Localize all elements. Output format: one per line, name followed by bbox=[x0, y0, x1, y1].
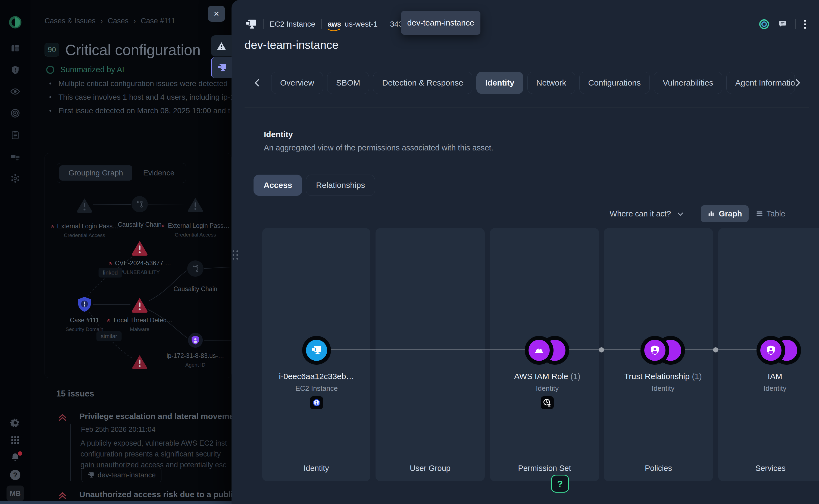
issue-timeline bbox=[70, 424, 71, 481]
mode-toggle: Access Relationships bbox=[253, 175, 375, 196]
severity-critical-icon bbox=[107, 318, 111, 322]
notification-dot bbox=[18, 451, 22, 456]
mode-access[interactable]: Access bbox=[253, 175, 302, 196]
monitor-icon bbox=[87, 471, 94, 478]
edge-label-linked: linked bbox=[99, 268, 122, 278]
alert-triangle-icon bbox=[131, 296, 148, 313]
dormant-badge bbox=[541, 396, 554, 409]
asset-name-tooltip: dev-team-instance bbox=[401, 11, 481, 35]
warning-triangle-icon bbox=[187, 196, 204, 213]
tabs-underline bbox=[244, 107, 809, 108]
tab-detection-response[interactable]: Detection & Response bbox=[373, 72, 472, 94]
side-tab-alerts[interactable] bbox=[211, 35, 232, 56]
section-description: An aggregated view of the permissions as… bbox=[264, 143, 494, 152]
side-tab-asset-active[interactable] bbox=[211, 57, 232, 78]
tab-agent-information[interactable]: Agent Information bbox=[726, 72, 795, 94]
severity-critical-icon bbox=[50, 224, 54, 228]
ai-icon bbox=[46, 66, 54, 74]
header-actions bbox=[758, 16, 806, 33]
ai-bullet: First issue detected on March 08, 2025 1… bbox=[49, 106, 230, 115]
issue-title[interactable]: Unauthorized access risk due to a public… bbox=[79, 490, 231, 499]
attack-path-spark-icon[interactable] bbox=[10, 173, 20, 184]
column-user-group: User Group bbox=[375, 228, 485, 481]
shield-user-icon bbox=[649, 345, 661, 356]
tab-network[interactable]: Network bbox=[528, 72, 575, 94]
target-icon[interactable] bbox=[10, 108, 20, 118]
asset-title: dev-team-instance bbox=[244, 39, 338, 52]
grouping-graph-card: Grouping Graph Evidence External Login P bbox=[45, 153, 231, 378]
divider bbox=[384, 19, 384, 29]
hard-hat-icon bbox=[534, 345, 544, 355]
asset-header: EC2 Instance aws us-west-1 343059098 bbox=[245, 16, 428, 33]
warning-triangle-icon bbox=[217, 41, 226, 51]
clipboard-icon[interactable] bbox=[10, 130, 20, 140]
help-button[interactable]: ? bbox=[551, 475, 569, 493]
breadcrumb-separator: › bbox=[133, 17, 136, 25]
cloud-account: aws us-west-1 bbox=[328, 20, 377, 29]
divider bbox=[795, 19, 796, 29]
bottom-strip bbox=[0, 501, 231, 504]
eye-icon[interactable] bbox=[10, 86, 20, 97]
asset-chip[interactable]: dev-team-instance bbox=[81, 468, 161, 482]
where-can-it-act-dropdown[interactable]: Where can it act? bbox=[610, 209, 684, 218]
severity-critical-icon bbox=[58, 412, 67, 422]
mode-relationships[interactable]: Relationships bbox=[306, 175, 375, 196]
asset-type-label: EC2 Instance bbox=[269, 20, 315, 29]
panel-resize-handle[interactable] bbox=[233, 250, 238, 260]
orca-logo-icon[interactable] bbox=[8, 15, 22, 29]
assets-blocks-icon[interactable] bbox=[10, 152, 20, 162]
chevron-down-icon bbox=[677, 210, 684, 217]
view-graph-button[interactable]: Graph bbox=[701, 205, 748, 222]
monitor-icon bbox=[217, 63, 227, 73]
internet-facing-badge bbox=[310, 396, 323, 409]
kebab-menu-icon[interactable] bbox=[804, 20, 806, 29]
close-panel-button[interactable]: × bbox=[208, 6, 225, 22]
agent-shield-icon bbox=[187, 332, 204, 349]
ai-summary-header: Summarized by AI bbox=[46, 65, 124, 74]
issues-heading: 15 issues bbox=[56, 389, 94, 399]
issue-description: A publicly exposed, vulnerable AWS EC2 i… bbox=[80, 438, 227, 470]
bar-chart-icon bbox=[707, 210, 715, 218]
settings-gear-icon[interactable] bbox=[10, 418, 20, 428]
issue-date: Feb 25th 2026 20:11:04 bbox=[81, 425, 155, 434]
risk-score-badge: 90 bbox=[45, 43, 59, 56]
breadcrumb-separator: › bbox=[100, 17, 103, 25]
aws-logo: aws bbox=[328, 21, 341, 27]
breadcrumb-cases[interactable]: Cases bbox=[108, 17, 129, 25]
shield-alert-icon[interactable] bbox=[10, 65, 20, 75]
tabs-scroll-left-icon[interactable] bbox=[253, 78, 262, 87]
asset-detail-panel: EC2 Instance aws us-west-1 343059098 dev… bbox=[231, 0, 819, 504]
causality-chain-icon bbox=[187, 260, 203, 277]
tab-configurations[interactable]: Configurations bbox=[579, 72, 650, 94]
alert-triangle-icon bbox=[131, 354, 148, 370]
clock-snooze-icon bbox=[543, 398, 552, 407]
ai-rings-icon[interactable] bbox=[758, 18, 770, 30]
dashboard-icon[interactable] bbox=[10, 43, 20, 53]
tab-vulnerabilities[interactable]: Vulnerabilities bbox=[654, 72, 722, 94]
tab-overview[interactable]: Overview bbox=[271, 72, 323, 94]
globe-icon bbox=[312, 398, 321, 407]
app-root: ? MB Cases & Issues › Cases › Case #111 … bbox=[0, 0, 819, 504]
alert-triangle-icon bbox=[131, 239, 148, 256]
tabs-scroll-right-icon[interactable] bbox=[793, 78, 802, 87]
issue-title[interactable]: Privilege escalation and lateral movemen… bbox=[79, 412, 231, 421]
warning-triangle-icon bbox=[76, 197, 93, 213]
graph-controls: Where can it act? Graph Table bbox=[610, 205, 785, 222]
ai-bullet: This case involves 1 host and 4 users, i… bbox=[49, 93, 231, 102]
divider bbox=[263, 19, 263, 29]
tab-sbom[interactable]: SBOM bbox=[327, 72, 369, 94]
tab-identity[interactable]: Identity bbox=[476, 72, 523, 94]
region-label: us-west-1 bbox=[344, 20, 377, 29]
view-table-button[interactable]: Table bbox=[756, 209, 785, 218]
breadcrumb-case-111: Case #111 bbox=[141, 17, 175, 25]
apps-grid-icon[interactable] bbox=[10, 435, 20, 445]
monitor-icon bbox=[311, 345, 322, 356]
chat-icon[interactable] bbox=[778, 20, 787, 29]
breadcrumb: Cases & Issues › Cases › Case #111 bbox=[45, 17, 175, 25]
breadcrumb-cases-issues[interactable]: Cases & Issues bbox=[45, 17, 96, 25]
severity-critical-icon bbox=[108, 261, 112, 265]
ai-bullet: Multiple critical configuration issues w… bbox=[49, 79, 228, 88]
user-avatar[interactable]: MB bbox=[7, 486, 24, 501]
help-circle-icon[interactable]: ? bbox=[10, 470, 20, 480]
shield-user-icon bbox=[765, 345, 777, 356]
